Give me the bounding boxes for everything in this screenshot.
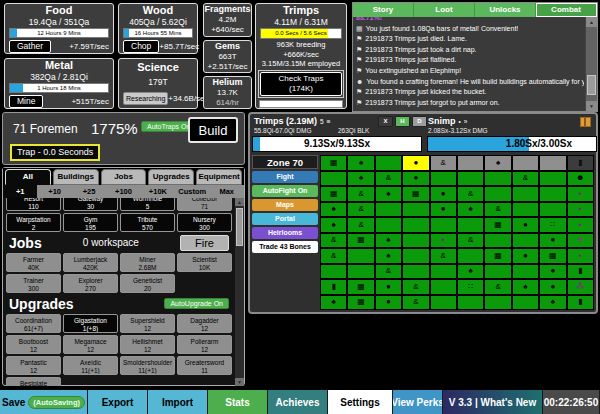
log-tab-combat[interactable]: Combat bbox=[536, 3, 597, 17]
empty-cell bbox=[512, 295, 539, 311]
battle-button-heirlooms[interactable]: Heirlooms bbox=[252, 227, 318, 239]
battle-button-trade-43-bones[interactable]: Trade 43 Bones bbox=[252, 241, 318, 253]
pantastic-tile[interactable]: Pantastic12 bbox=[6, 356, 61, 375]
food-cell: ● bbox=[430, 202, 457, 218]
buy-100[interactable]: +100 bbox=[106, 185, 140, 198]
warpstation-tile[interactable]: Warpstation2 bbox=[6, 213, 61, 232]
gems-icon: & bbox=[386, 267, 391, 275]
log-scrollbar[interactable]: ▲ ▼ bbox=[585, 17, 597, 111]
panel-scroll-thumb[interactable] bbox=[236, 208, 243, 246]
formation-x-button[interactable]: X bbox=[378, 116, 393, 127]
buy-1[interactable]: +1 bbox=[3, 185, 37, 198]
scroll-up-icon[interactable]: ▲ bbox=[235, 198, 244, 206]
hellishmet-tile[interactable]: Hellishmet12 bbox=[120, 335, 175, 354]
collector-tile[interactable]: Collector71 bbox=[177, 198, 232, 211]
coordination-tile[interactable]: Coordination61(+7) bbox=[6, 314, 61, 333]
bottom-00-22-26-50-button[interactable]: 00:22:26:50 bbox=[543, 390, 600, 414]
build-queue-item[interactable]: Trap - 0.0 Seconds bbox=[10, 144, 100, 161]
log-message-text: You extinguished an Elephimp! bbox=[365, 66, 461, 77]
lumberjack-tile[interactable]: Lumberjack420K bbox=[63, 253, 118, 272]
resort-tile[interactable]: Resort110 bbox=[6, 198, 61, 211]
buy-max[interactable]: Max bbox=[210, 185, 244, 198]
buy-10k[interactable]: +10K bbox=[141, 185, 175, 198]
nursery-tile[interactable]: Nursery300 bbox=[177, 213, 232, 232]
gather-button[interactable]: Gather bbox=[9, 40, 51, 53]
build-button[interactable]: Build bbox=[188, 117, 238, 143]
gems-amount: 663T bbox=[204, 52, 251, 62]
trainer-tile[interactable]: Trainer300 bbox=[6, 274, 61, 293]
bottom-stats-button[interactable]: Stats bbox=[208, 390, 268, 414]
tab-upgrades[interactable]: Upgrades bbox=[148, 169, 194, 185]
buy-25[interactable]: +25 bbox=[72, 185, 106, 198]
smoldershoulder-tile[interactable]: Smoldershoulder11(+1) bbox=[120, 356, 175, 375]
gigastation-tile[interactable]: Gigastation1(+8) bbox=[63, 314, 118, 333]
researching-button[interactable]: Researching bbox=[123, 92, 168, 105]
bottom-save-button[interactable]: Save(AutoSaving) bbox=[0, 390, 88, 414]
fire-button[interactable]: Fire bbox=[180, 235, 229, 251]
wormhole-tile[interactable]: Wormhole5 bbox=[120, 198, 175, 211]
explorer-tile[interactable]: Explorer270 bbox=[63, 274, 118, 293]
battle-button-fight[interactable]: Fight bbox=[252, 171, 318, 183]
scroll-down-icon[interactable]: ▼ bbox=[586, 101, 597, 111]
battle-button-autofight-on[interactable]: AutoFight On bbox=[252, 185, 318, 197]
log-scroll-thumb[interactable] bbox=[587, 75, 596, 95]
buy-10[interactable]: +10 bbox=[37, 185, 71, 198]
megamace-tile[interactable]: Megamace12 bbox=[63, 335, 118, 354]
chop-button[interactable]: Chop bbox=[123, 40, 159, 53]
bottom-import-button[interactable]: Import bbox=[148, 390, 208, 414]
battle-button-maps[interactable]: Maps bbox=[252, 199, 318, 211]
geneticist-tile[interactable]: Geneticist20 bbox=[120, 274, 175, 293]
log-tab-unlocks[interactable]: Unlocks bbox=[475, 3, 536, 17]
formation-d-button[interactable]: D bbox=[412, 116, 427, 127]
empty-cell bbox=[375, 217, 402, 233]
gift-icon[interactable] bbox=[580, 117, 591, 127]
food-cell: ● bbox=[539, 233, 566, 249]
scientist-tile[interactable]: Scientist10K bbox=[177, 253, 232, 272]
buy-custom[interactable]: Custom bbox=[175, 185, 209, 198]
log-tab-story[interactable]: Story bbox=[353, 3, 414, 17]
bootboost-tile[interactable]: Bootboost12 bbox=[6, 335, 61, 354]
good-block: 263Qi BLK bbox=[338, 127, 369, 134]
tab-equipment[interactable]: Equipment bbox=[196, 169, 242, 185]
check-traps-wrapper: Check Traps (174K) bbox=[258, 70, 344, 98]
panel-scrollbar[interactable]: ▲ ▼ bbox=[235, 198, 244, 386]
scroll-up-icon[interactable]: ▲ bbox=[586, 17, 597, 27]
dagadder-tile[interactable]: Dagadder12 bbox=[177, 314, 232, 333]
tab-buildings[interactable]: Buildings bbox=[53, 169, 99, 185]
mine-button[interactable]: Mine bbox=[9, 95, 43, 108]
greatersword-tile[interactable]: Greatersword11 bbox=[177, 356, 232, 375]
gems-icon: & bbox=[495, 283, 500, 291]
autoupgrade-toggle[interactable]: AutoUpgrade On bbox=[164, 298, 229, 309]
bottom-view-perks-button[interactable]: View Perks bbox=[393, 390, 443, 414]
check-traps-button[interactable]: Check Traps (174K) bbox=[260, 72, 342, 96]
breeding-count: 963K breeding bbox=[256, 40, 346, 50]
flag-icon: ⚑ bbox=[356, 87, 362, 98]
battle-button-portal[interactable]: Portal bbox=[252, 213, 318, 225]
farmer-tile[interactable]: Farmer40K bbox=[6, 253, 61, 272]
scroll-down-icon[interactable]: ▼ bbox=[235, 378, 244, 386]
pantastic-name: Pantastic bbox=[7, 358, 60, 367]
tribute-tile[interactable]: Tribute570 bbox=[120, 213, 175, 232]
axeidic-tile[interactable]: Axeidic11(+1) bbox=[63, 356, 118, 375]
supershield-tile[interactable]: Supershield12 bbox=[120, 314, 175, 333]
polierarm-tile[interactable]: Polierarm12 bbox=[177, 335, 232, 354]
gateway-count: 30 bbox=[64, 203, 117, 211]
bottom-v-3-3-what-s-new-button[interactable]: V 3.3 | What's New bbox=[443, 390, 543, 414]
bestplate-tile[interactable]: Bestplate11 bbox=[6, 377, 61, 386]
log-tab-loot[interactable]: Loot bbox=[414, 3, 475, 17]
tribute-name: Tribute bbox=[121, 215, 174, 224]
formation-h-button[interactable]: H bbox=[395, 116, 410, 127]
wood-icon: ♠ bbox=[332, 205, 336, 213]
wood-icon: ♠ bbox=[469, 267, 473, 275]
settings-label: Settings bbox=[340, 397, 379, 408]
gateway-tile[interactable]: Gateway30 bbox=[63, 198, 118, 211]
gems-icon: & bbox=[441, 252, 446, 260]
tab-all[interactable]: All bbox=[5, 169, 51, 185]
gym-tile[interactable]: Gym195 bbox=[63, 213, 118, 232]
bottom-export-button[interactable]: Export bbox=[88, 390, 148, 414]
miner-tile[interactable]: Miner2.68M bbox=[120, 253, 175, 272]
tab-jobs[interactable]: Jobs bbox=[101, 169, 147, 185]
bottom-achieves-button[interactable]: Achieves bbox=[268, 390, 328, 414]
bottom-settings-button[interactable]: Settings bbox=[328, 390, 393, 414]
food-icon: ● bbox=[550, 236, 555, 244]
